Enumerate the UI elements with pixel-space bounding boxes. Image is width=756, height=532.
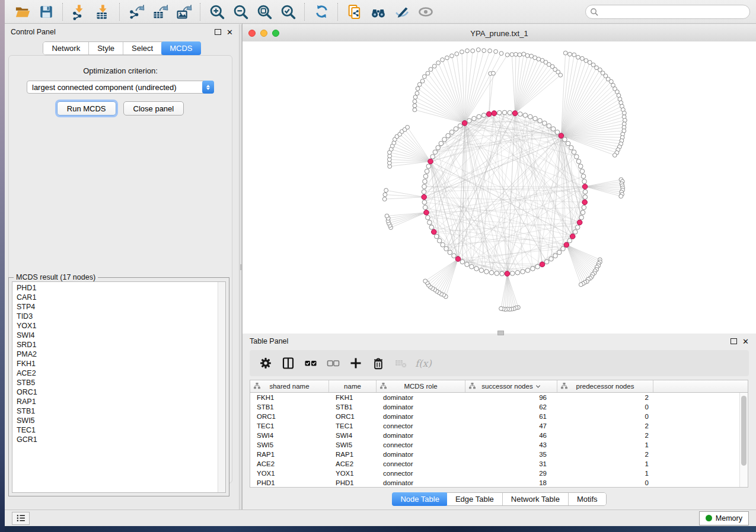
- mcds-hub-node[interactable]: [431, 229, 436, 235]
- column-header-shared-name[interactable]: shared name: [250, 380, 329, 392]
- network-node[interactable]: [580, 210, 585, 215]
- network-titlebar[interactable]: YPA_prune.txt_1: [243, 25, 756, 42]
- network-node[interactable]: [465, 262, 470, 267]
- horizontal-splitter-handle[interactable]: [497, 331, 504, 335]
- satellite-node[interactable]: [476, 48, 480, 52]
- table-row[interactable]: SWI5SWI5connector431: [250, 440, 748, 450]
- network-node[interactable]: [535, 264, 540, 269]
- network-node[interactable]: [576, 159, 581, 164]
- show-columns-icon[interactable]: [277, 352, 299, 374]
- network-node[interactable]: [484, 270, 489, 274]
- mcds-hub-node[interactable]: [564, 242, 569, 248]
- import-table-icon[interactable]: [91, 2, 115, 22]
- mcds-hub-node[interactable]: [559, 133, 564, 139]
- network-node[interactable]: [579, 215, 584, 220]
- mcds-result-item[interactable]: SWI4: [17, 331, 225, 340]
- network-node[interactable]: [515, 270, 520, 275]
- mcds-result-item[interactable]: PMA2: [17, 350, 225, 359]
- close-table-panel-icon[interactable]: ✕: [742, 338, 749, 345]
- mcds-result-item[interactable]: PHD1: [17, 283, 225, 293]
- network-node[interactable]: [452, 254, 457, 258]
- table-row[interactable]: YOX1YOX1connector291: [250, 469, 748, 478]
- satellite-node[interactable]: [383, 193, 387, 197]
- satellite-node[interactable]: [422, 75, 426, 79]
- save-icon[interactable]: [34, 2, 58, 22]
- network-node[interactable]: [555, 130, 560, 134]
- mcds-result-item[interactable]: YOX1: [17, 321, 225, 331]
- mcds-result-item[interactable]: SWI5: [17, 416, 225, 425]
- network-node[interactable]: [581, 174, 586, 179]
- minimize-window-icon[interactable]: [260, 30, 267, 37]
- satellite-node[interactable]: [588, 60, 592, 65]
- table-row[interactable]: SWI4SWI4dominator462: [250, 431, 748, 440]
- satellite-node[interactable]: [460, 50, 464, 54]
- satellite-node[interactable]: [406, 125, 410, 129]
- network-node[interactable]: [454, 127, 458, 132]
- mcds-hub-node[interactable]: [505, 271, 510, 277]
- node-table[interactable]: shared namenameMCDS rolesuccessor nodesp…: [250, 380, 748, 488]
- network-node[interactable]: [582, 205, 586, 210]
- mcds-hub-node[interactable]: [424, 210, 429, 215]
- satellite-node[interactable]: [584, 59, 588, 63]
- delete-column-icon[interactable]: [367, 352, 390, 374]
- network-node[interactable]: [549, 257, 554, 261]
- network-node[interactable]: [502, 110, 507, 115]
- mcds-list-scrollbar[interactable]: [218, 282, 225, 492]
- network-node[interactable]: [479, 268, 484, 273]
- mcds-hub-node[interactable]: [492, 111, 497, 116]
- satellite-node[interactable]: [510, 53, 514, 57]
- mcds-hub-node[interactable]: [582, 184, 588, 190]
- satellite-node[interactable]: [580, 56, 584, 60]
- satellite-node[interactable]: [417, 82, 422, 86]
- satellite-node[interactable]: [465, 49, 470, 53]
- network-node[interactable]: [573, 230, 578, 235]
- network-node[interactable]: [449, 130, 454, 134]
- float-table-panel-icon[interactable]: [731, 338, 737, 344]
- network-node[interactable]: [578, 164, 583, 169]
- zoom-selected-icon[interactable]: [276, 2, 300, 22]
- network-node[interactable]: [495, 271, 499, 276]
- network-node[interactable]: [423, 174, 428, 179]
- network-canvas[interactable]: [243, 41, 756, 334]
- satellite-node[interactable]: [492, 71, 496, 75]
- select-all-icon[interactable]: [299, 352, 322, 374]
- tab-network-table[interactable]: Network Table: [503, 493, 569, 505]
- network-node[interactable]: [429, 225, 434, 230]
- satellite-node[interactable]: [445, 56, 449, 60]
- network-node[interactable]: [441, 242, 445, 247]
- satellite-node[interactable]: [537, 57, 541, 61]
- network-node[interactable]: [583, 190, 588, 194]
- satellite-node[interactable]: [525, 53, 529, 57]
- network-node[interactable]: [569, 146, 574, 150]
- satellite-node[interactable]: [623, 118, 627, 123]
- network-node[interactable]: [426, 215, 430, 220]
- satellite-node[interactable]: [413, 104, 417, 108]
- satellite-node[interactable]: [420, 79, 425, 83]
- table-row[interactable]: ORC1ORC1dominator610: [250, 412, 748, 421]
- satellite-node[interactable]: [514, 52, 518, 56]
- tab-motifs[interactable]: Motifs: [569, 493, 606, 505]
- network-node[interactable]: [500, 271, 505, 276]
- network-node[interactable]: [442, 137, 447, 142]
- mcds-hub-node[interactable]: [570, 234, 575, 239]
- network-node[interactable]: [580, 169, 585, 174]
- satellite-node[interactable]: [413, 108, 417, 112]
- network-node[interactable]: [551, 127, 556, 132]
- table-row[interactable]: TEC1TEC1connector472: [250, 421, 748, 431]
- network-node[interactable]: [567, 238, 572, 243]
- deselect-all-icon[interactable]: [322, 352, 344, 374]
- network-node[interactable]: [436, 146, 441, 150]
- mcds-hub-node[interactable]: [540, 262, 545, 267]
- satellite-node[interactable]: [413, 100, 417, 104]
- network-node[interactable]: [423, 179, 428, 184]
- network-node[interactable]: [467, 118, 472, 123]
- column-header-successor-nodes[interactable]: successor nodes: [465, 380, 557, 392]
- network-node[interactable]: [426, 164, 431, 169]
- network-node[interactable]: [437, 238, 442, 243]
- network-node[interactable]: [428, 220, 432, 225]
- maximize-window-icon[interactable]: [272, 30, 279, 37]
- settings-icon[interactable]: [254, 352, 277, 374]
- float-panel-icon[interactable]: [215, 29, 221, 35]
- add-column-icon[interactable]: [344, 352, 367, 374]
- tab-style[interactable]: Style: [89, 42, 123, 55]
